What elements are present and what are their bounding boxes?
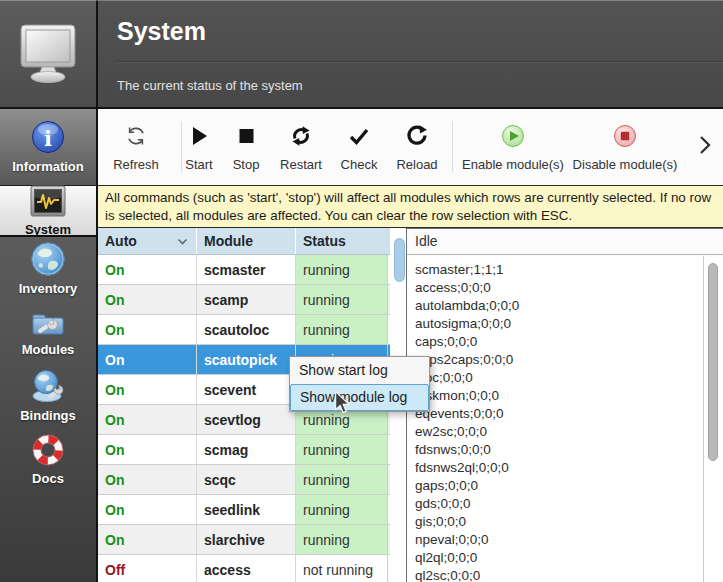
toolbar-label: Refresh [113, 157, 159, 172]
module-cell[interactable]: scautoloc [197, 315, 296, 344]
status-line: scmaster;1;1;1 [415, 261, 703, 279]
auto-cell[interactable]: On [98, 255, 197, 284]
column-header-status[interactable]: Status [296, 228, 390, 254]
page-header: System The current status of the system [98, 0, 723, 107]
check-icon [346, 123, 372, 149]
status-cell[interactable]: running [296, 255, 388, 284]
column-header-module[interactable]: Module [197, 228, 296, 254]
reload-button[interactable]: Reload [389, 118, 445, 178]
table-row[interactable]: On seedlink running [98, 495, 390, 525]
status-cell[interactable]: running [296, 435, 388, 464]
table-row[interactable]: On slarchive running [98, 525, 390, 555]
sidebar-item-docs[interactable]: Docs [0, 429, 96, 491]
toolbar-label: Enable module(s) [462, 157, 564, 172]
status-line-text: ql2sc;0;0;0 [415, 568, 480, 582]
table-row[interactable]: Off access not running [98, 555, 390, 582]
toolbar-label: Disable module(s) [573, 157, 678, 172]
module-cell[interactable]: seedlink [197, 495, 296, 524]
enable-play-icon [500, 123, 526, 149]
sidebar-item-bindings[interactable]: Bindings [0, 363, 96, 429]
sidebar-item-label: Modules [22, 342, 75, 357]
status-line: npeval;0;0;0 [415, 531, 703, 549]
menu-item-show-module-log[interactable]: Show module log [290, 384, 429, 411]
auto-cell[interactable]: On [98, 315, 197, 344]
refresh-button[interactable]: Refresh [106, 118, 166, 178]
status-log-panel: Idle scmaster;1;1;1 access;0;0;0 autolam… [406, 228, 723, 582]
column-label: Status [303, 233, 346, 249]
play-icon [186, 123, 212, 149]
status-line-text: npeval;0;0;0 [415, 532, 489, 547]
disable-modules-button[interactable]: Disable module(s) [569, 118, 681, 178]
sidebar-item-information[interactable]: i Information [0, 109, 96, 185]
column-label: Module [204, 233, 253, 249]
status-line: eqevents;0;0;0 [415, 405, 703, 423]
table-row[interactable]: On scamp running [98, 285, 390, 315]
status-line: gis;0;0;0 [415, 513, 703, 531]
top-highlight-line [0, 0, 723, 1]
status-line: caps;0;0;0 [415, 333, 703, 351]
sidebar-item-inventory[interactable]: Inventory [0, 237, 96, 301]
status-cell[interactable]: running [296, 465, 388, 494]
status-line-text: autolambda;0;0;0 [415, 298, 519, 313]
start-button[interactable]: Start [176, 118, 222, 178]
module-cell[interactable]: slarchive [197, 525, 296, 554]
status-line: ew2sc;0;0;0 [415, 423, 703, 441]
table-row[interactable]: On scautoloc running [98, 315, 390, 345]
status-line: autolambda;0;0;0 [415, 297, 703, 315]
table-scrollbar-thumb[interactable] [394, 238, 405, 282]
status-line: caps2caps;0;0;0 [415, 351, 703, 369]
chevron-right-icon [696, 133, 714, 157]
sidebar-item-system[interactable]: System [0, 185, 96, 237]
module-cell[interactable]: scmaster [197, 255, 296, 284]
toolbar-overflow-button[interactable] [696, 133, 714, 157]
status-cell[interactable]: running [296, 495, 388, 524]
sidebar-item-label: System [25, 222, 71, 237]
status-cell[interactable]: not running [296, 555, 388, 582]
check-button[interactable]: Check [333, 118, 385, 178]
auto-cell[interactable]: On [98, 495, 197, 524]
status-cell[interactable]: running [296, 285, 388, 314]
reload-icon [404, 123, 430, 149]
auto-cell[interactable]: On [98, 525, 197, 554]
module-cell[interactable]: scevent [197, 375, 296, 404]
module-cell[interactable]: scmag [197, 435, 296, 464]
status-line: ql2sc;0;0;0 [415, 567, 703, 582]
table-row[interactable]: On scmaster running [98, 255, 390, 285]
module-cell[interactable]: scamp [197, 285, 296, 314]
toolbar-separator [452, 122, 453, 172]
module-cell[interactable]: scautopick [197, 345, 296, 374]
docs-lifebuoy-icon [32, 434, 64, 466]
auto-cell[interactable]: On [98, 435, 197, 464]
status-lines: scmaster;1;1;1 access;0;0;0 autolambda;0… [407, 256, 703, 582]
enable-modules-button[interactable]: Enable module(s) [457, 118, 569, 178]
status-line-text: access;0;0;0 [415, 280, 491, 295]
refresh-icon [123, 123, 149, 149]
disable-stop-icon [612, 123, 638, 149]
status-line: fdsnws2ql;0;0;0 [415, 459, 703, 477]
auto-cell[interactable]: On [98, 405, 197, 434]
panel-scrollbar-thumb[interactable] [708, 263, 718, 461]
auto-cell[interactable]: On [98, 375, 197, 404]
table-row[interactable]: On scmag running [98, 435, 390, 465]
auto-cell[interactable]: On [98, 285, 197, 314]
status-cell[interactable]: running [296, 525, 388, 554]
auto-cell[interactable]: Off [98, 555, 197, 582]
module-cell[interactable]: scevtlog [197, 405, 296, 434]
menu-item-show-start-log[interactable]: Show start log [290, 357, 429, 384]
column-header-auto[interactable]: Auto [98, 228, 197, 254]
module-cell[interactable]: scqc [197, 465, 296, 494]
status-cell[interactable]: running [296, 315, 388, 344]
auto-cell[interactable]: On [98, 345, 197, 374]
module-cell[interactable]: access [197, 555, 296, 582]
app-logo-cell [0, 0, 96, 107]
toolbar-label: Start [185, 157, 212, 172]
info-banner: All commands (such as 'start', 'stop') w… [98, 185, 723, 228]
status-line-text: fdsnws2ql;0;0;0 [415, 460, 509, 475]
restart-button[interactable]: Restart [271, 118, 331, 178]
sidebar-item-modules[interactable]: Modules [0, 301, 96, 363]
table-row[interactable]: On scqc running [98, 465, 390, 495]
status-line: autosigma;0;0;0 [415, 315, 703, 333]
auto-cell[interactable]: On [98, 465, 197, 494]
stop-button[interactable]: Stop [223, 118, 269, 178]
status-line: access;0;0;0 [415, 279, 703, 297]
